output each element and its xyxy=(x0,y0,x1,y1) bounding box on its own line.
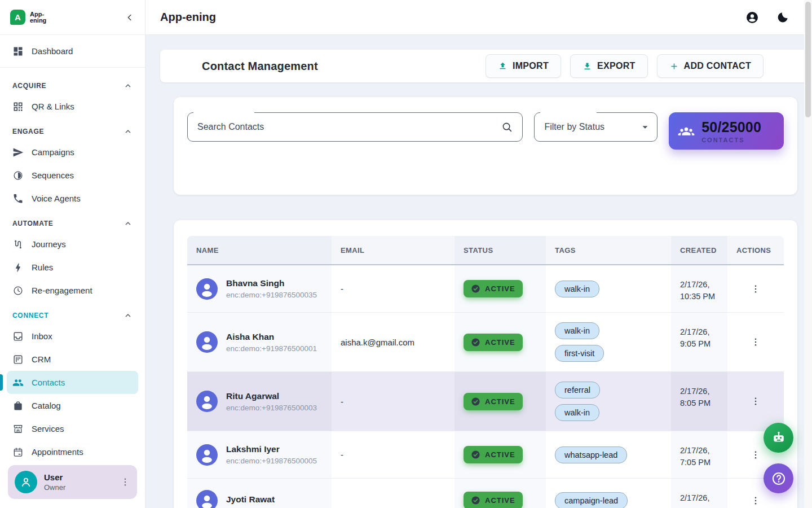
email-cell: - xyxy=(332,265,454,312)
chevron-up-icon xyxy=(123,219,133,228)
sidebar-section-automate[interactable]: AUTOMATE xyxy=(7,210,138,233)
scrollbar-thumb[interactable] xyxy=(805,2,811,117)
tags-cell: whatsapp-lead xyxy=(546,431,671,478)
sidebar-section-connect[interactable]: CONNECT xyxy=(7,302,138,325)
search-icon[interactable] xyxy=(501,121,513,133)
contact-phone: enc:demo:+919876500001 xyxy=(226,344,317,353)
table-body: Bhavna Singh enc:demo:+919876500035 - AC… xyxy=(187,265,784,508)
chevron-up-icon xyxy=(123,311,133,320)
contact-phone: enc:demo:+919876500005 xyxy=(226,457,317,465)
contact-avatar xyxy=(196,391,218,412)
sidebar-item-inbox[interactable]: Inbox xyxy=(7,325,138,348)
contacts-count-label: CONTACTS xyxy=(701,137,761,143)
dark-mode-toggle-icon[interactable] xyxy=(776,11,789,24)
import-button[interactable]: IMPORT xyxy=(486,54,561,78)
status-cell: ACTIVE xyxy=(454,479,546,508)
created-date: 2/17/26, xyxy=(680,279,718,291)
status-text: ACTIVE xyxy=(485,496,515,505)
sidebar-section-acquire[interactable]: ACQUIRE xyxy=(7,72,138,95)
status-badge: ACTIVE xyxy=(464,334,523,351)
table-row[interactable]: Bhavna Singh enc:demo:+919876500035 - AC… xyxy=(187,265,784,313)
plus-icon xyxy=(669,62,679,71)
contacts-table-card: NAME EMAIL STATUS TAGS CREATED ACTIONS B… xyxy=(174,220,797,508)
sidebar-item-contacts[interactable]: Contacts xyxy=(7,371,138,394)
section-label: ACQUIRE xyxy=(12,82,46,90)
sidebar-collapse-button[interactable] xyxy=(125,12,135,23)
created-time: 8:05 PM xyxy=(680,397,718,409)
sidebar-item-label: Services xyxy=(32,424,64,433)
tags-cell: campaign-lead xyxy=(546,479,671,508)
table-row[interactable]: Jyoti Rawat ACTIVE campaign-lead 2/17/26… xyxy=(187,479,784,508)
sidebar-item-re-engagement[interactable]: Re-engagement xyxy=(7,279,138,302)
email-cell: aisha.k@gmail.com xyxy=(332,313,454,371)
row-actions-button[interactable] xyxy=(751,396,761,406)
storefront-icon xyxy=(12,423,24,435)
person-icon xyxy=(196,391,218,412)
help-fab-button[interactable] xyxy=(764,463,793,493)
person-icon xyxy=(196,490,218,508)
dashboard-icon xyxy=(12,46,24,57)
check-circle-icon xyxy=(471,338,480,347)
contact-name: Bhavna Singh xyxy=(226,278,317,288)
sidebar-item-dashboard[interactable]: Dashboard xyxy=(7,40,138,63)
status-cell: ACTIVE xyxy=(454,372,546,431)
sidebar-item-crm[interactable]: CRM xyxy=(7,348,138,371)
sidebar-item-qr-links[interactable]: QR & Links xyxy=(7,95,138,118)
actions-cell xyxy=(727,265,784,312)
row-actions-button[interactable] xyxy=(751,337,761,347)
status-text: ACTIVE xyxy=(485,284,515,293)
contact-avatar xyxy=(196,490,218,508)
tags-cell: walk-infirst-visit xyxy=(546,313,671,371)
top-header: App-ening xyxy=(145,0,812,35)
status-text: ACTIVE xyxy=(485,338,515,347)
table-row[interactable]: Aisha Khan enc:demo:+919876500001 aisha.… xyxy=(187,313,784,372)
contacts-counter-badge: 50/25000 CONTACTS xyxy=(669,112,784,150)
created-date: 2/17/26, xyxy=(680,386,718,397)
sidebar-item-rules[interactable]: Rules xyxy=(7,256,138,279)
sidebar-item-label: Catalog xyxy=(32,401,61,410)
main-content: App-ening Contact Management IMPORT EXPO… xyxy=(145,0,812,508)
name-cell: Lakshmi Iyer enc:demo:+919876500005 xyxy=(187,431,332,478)
sidebar-item-journeys[interactable]: Journeys xyxy=(7,233,138,256)
contact-name: Ritu Agarwal xyxy=(226,391,317,401)
check-circle-icon xyxy=(471,496,480,505)
table-row[interactable]: Lakshmi Iyer enc:demo:+919876500005 - AC… xyxy=(187,431,784,479)
row-actions-button[interactable] xyxy=(751,284,761,294)
created-cell: 2/17/26, 10:35 PM xyxy=(671,265,727,312)
tag-pill: campaign-lead xyxy=(555,492,628,508)
sidebar-item-sequences[interactable]: Sequences xyxy=(7,164,138,187)
add-contact-button[interactable]: ADD CONTACT xyxy=(657,54,764,78)
user-avatar xyxy=(15,471,37,493)
sidebar-item-campaigns[interactable]: Campaigns xyxy=(7,141,138,164)
calendar-icon xyxy=(12,446,24,458)
user-name: User xyxy=(44,472,113,482)
status-filter-label: Filter by Status xyxy=(535,122,639,132)
status-cell: ACTIVE xyxy=(454,265,546,312)
section-label: CONNECT xyxy=(12,312,48,319)
sidebar-item-label: Journeys xyxy=(32,239,66,249)
qr-icon xyxy=(12,101,24,112)
sidebar-section-engage[interactable]: ENGAGE xyxy=(7,118,138,141)
contacts-count: 50/25000 xyxy=(701,119,761,135)
tag-pill: walk-in xyxy=(555,322,599,339)
chatbot-fab-button[interactable] xyxy=(764,423,793,453)
export-button[interactable]: EXPORT xyxy=(570,54,648,78)
status-cell: ACTIVE xyxy=(454,313,546,371)
sidebar-item-voice-agents[interactable]: Voice Agents xyxy=(7,187,138,210)
sidebar-item-services[interactable]: Services xyxy=(7,417,138,440)
status-filter-select[interactable]: Filter by Status xyxy=(534,112,657,142)
search-input[interactable]: Search Contacts xyxy=(187,112,523,142)
user-menu-button[interactable] xyxy=(120,477,130,487)
created-time: 7:05 PM xyxy=(680,457,718,468)
table-header-row: NAME EMAIL STATUS TAGS CREATED ACTIONS xyxy=(187,236,784,265)
download-icon xyxy=(582,62,592,71)
clock-icon xyxy=(12,285,24,296)
account-icon[interactable] xyxy=(745,11,759,24)
page-scrollbar[interactable] xyxy=(804,0,812,508)
table-row[interactable]: Ritu Agarwal enc:demo:+919876500003 - AC… xyxy=(187,372,784,431)
sidebar-item-catalog[interactable]: Catalog xyxy=(7,394,138,417)
row-actions-button[interactable] xyxy=(751,450,761,460)
row-actions-button[interactable] xyxy=(751,496,761,506)
column-header-name: NAME xyxy=(187,236,332,264)
user-card[interactable]: User Owner xyxy=(8,465,137,499)
